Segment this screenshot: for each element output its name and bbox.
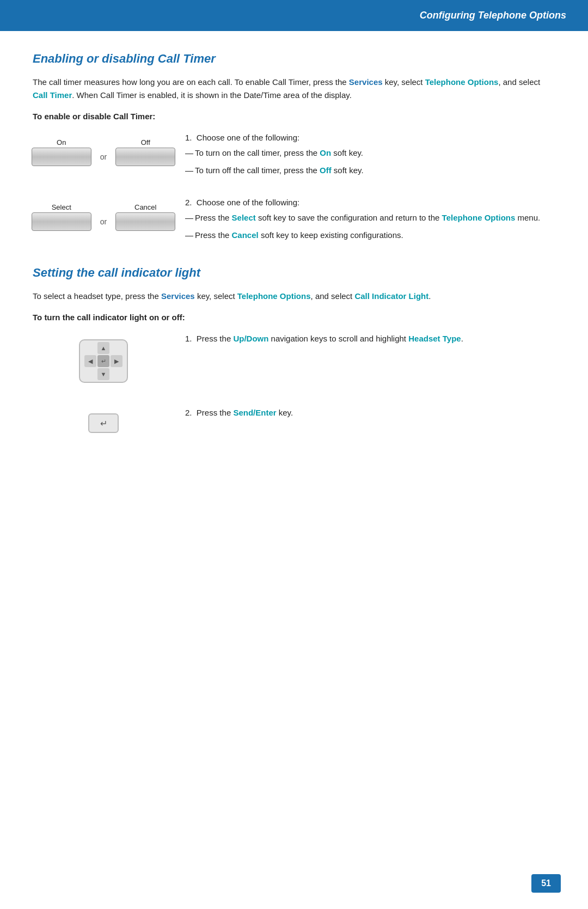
on-label: On (57, 138, 66, 147)
on-key-wrap: On (32, 138, 91, 166)
main-content: Enabling or disabling Call Timer The cal… (0, 31, 588, 482)
indicator-step2-section: ↵ 2. Press the Send/Enter key. (33, 408, 555, 433)
step2-bullets: Press the Select soft key to save the co… (185, 211, 555, 242)
step2-bullet1: Press the Select soft key to save the co… (185, 211, 555, 224)
indicator-step2-right: 2. Press the Send/Enter key. (174, 408, 555, 422)
step1-num: 1. Choose one of the following: (185, 133, 555, 142)
nav-right-btn: ▶ (111, 355, 122, 367)
section1-intro: The call timer measures how long you are… (33, 76, 555, 102)
nav-empty-tl (84, 342, 96, 354)
step1-section: On or Off 1. Choose one of the following… (33, 133, 555, 181)
section2-subheading: To turn the call indicator light on or o… (33, 313, 555, 322)
indicator-step2-left: ↵ (33, 408, 174, 433)
select-key-wrap: Select (32, 203, 91, 231)
section1-subheading: To enable or disable Call Timer: (33, 112, 555, 121)
nav-enter-center-btn: ↵ (97, 355, 109, 367)
on-off-row: On or Off (32, 138, 175, 166)
header-title: Configuring Telephone Options (420, 10, 566, 21)
or-label-2: or (100, 209, 107, 226)
off-button[interactable] (115, 148, 175, 166)
nav-empty-br (111, 368, 122, 380)
off-label: Off (141, 138, 150, 147)
nav-empty-bl (84, 368, 96, 380)
on-button[interactable] (32, 148, 91, 166)
select-label: Select (52, 203, 71, 211)
section-call-indicator: Setting the call indicator light To sele… (33, 266, 555, 433)
section1-heading: Enabling or disabling Call Timer (33, 52, 555, 66)
cancel-label: Cancel (134, 203, 156, 211)
cancel-button[interactable] (115, 212, 175, 231)
step1-bullet1: To turn on the call timer, press the On … (185, 147, 555, 160)
enter-key-icon: ↵ (88, 413, 119, 433)
nav-left-btn: ◀ (84, 355, 96, 367)
step2-left: Select or Cancel (33, 198, 174, 231)
step2-right: 2. Choose one of the following: Press th… (174, 198, 555, 246)
indicator-step1-right: 1. Press the Up/Down navigation keys to … (174, 334, 555, 347)
nav-empty-tr (111, 342, 122, 354)
nav-down-btn: ▼ (97, 368, 109, 380)
step2-bullet2: Press the Cancel soft key to keep existi… (185, 229, 555, 242)
nav-keypad-icon: ▲ ◀ ↵ ▶ ▼ (79, 339, 128, 383)
section2-intro: To select a headset type, press the Serv… (33, 290, 555, 303)
step2-section: Select or Cancel 2. Choose one of the fo… (33, 198, 555, 246)
cancel-key-wrap: Cancel (115, 203, 175, 231)
select-button[interactable] (32, 212, 91, 231)
nav-up-btn: ▲ (97, 342, 109, 354)
select-cancel-row: Select or Cancel (32, 203, 175, 231)
indicator-step2-num: 2. Press the Send/Enter key. (185, 408, 555, 417)
indicator-step1-left: ▲ ◀ ↵ ▶ ▼ (33, 334, 174, 392)
step1-right: 1. Choose one of the following: To turn … (174, 133, 555, 181)
page-number: 51 (531, 874, 561, 893)
step1-bullet2: To turn off the call timer, press the Of… (185, 164, 555, 177)
off-key-wrap: Off (115, 138, 175, 166)
indicator-step1-num: 1. Press the Up/Down navigation keys to … (185, 334, 555, 343)
or-label-1: or (100, 144, 107, 161)
step1-bullets: To turn on the call timer, press the On … (185, 147, 555, 177)
step1-left: On or Off (33, 133, 174, 166)
section-call-timer: Enabling or disabling Call Timer The cal… (33, 52, 555, 246)
step2-num: 2. Choose one of the following: (185, 198, 555, 207)
header-bar: Configuring Telephone Options (0, 0, 588, 31)
section2-heading: Setting the call indicator light (33, 266, 555, 280)
indicator-step1-section: ▲ ◀ ↵ ▶ ▼ 1. Press the Up/Down navigatio… (33, 334, 555, 392)
